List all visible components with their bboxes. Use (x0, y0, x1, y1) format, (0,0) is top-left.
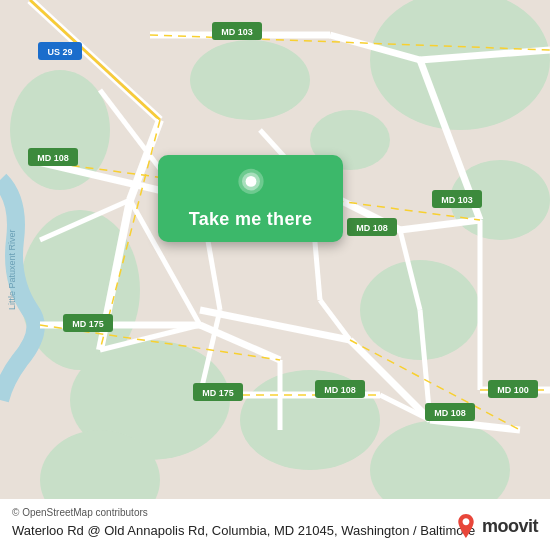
svg-text:MD 108: MD 108 (434, 408, 466, 418)
svg-text:US 29: US 29 (47, 47, 72, 57)
map-container: Little Patuxent River (0, 0, 550, 550)
bottom-bar: © OpenStreetMap contributors Waterloo Rd… (0, 499, 550, 550)
moovit-logo: moovit (454, 514, 538, 538)
svg-text:MD 108: MD 108 (37, 153, 69, 163)
svg-text:MD 103: MD 103 (221, 27, 253, 37)
svg-text:MD 175: MD 175 (72, 319, 104, 329)
svg-point-76 (245, 176, 256, 187)
svg-text:Little Patuxent River: Little Patuxent River (7, 229, 17, 310)
osm-copyright: © OpenStreetMap contributors (12, 507, 148, 518)
location-address: Waterloo Rd @ Old Annapolis Rd, Columbia… (12, 522, 475, 540)
take-me-there-button[interactable]: Take me there (158, 155, 343, 242)
location-pin-icon (233, 167, 269, 203)
svg-text:MD 108: MD 108 (356, 223, 388, 233)
svg-text:MD 103: MD 103 (441, 195, 473, 205)
svg-text:MD 175: MD 175 (202, 388, 234, 398)
map-svg: Little Patuxent River (0, 0, 550, 550)
moovit-pin-icon (454, 514, 478, 538)
moovit-brand-text: moovit (482, 516, 538, 537)
svg-text:MD 108: MD 108 (324, 385, 356, 395)
svg-point-7 (190, 40, 310, 120)
take-me-there-label: Take me there (189, 209, 313, 230)
svg-text:MD 100: MD 100 (497, 385, 529, 395)
